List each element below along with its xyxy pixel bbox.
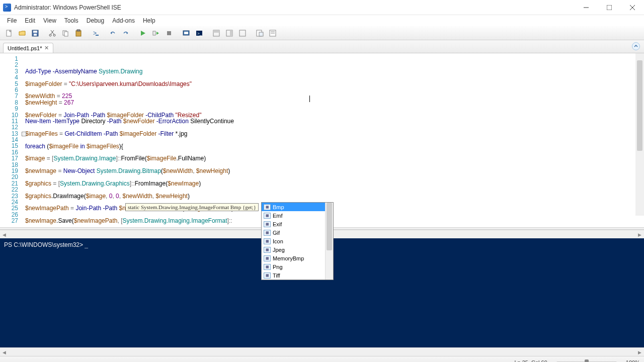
show-script-max-button[interactable] <box>236 27 249 39</box>
property-icon: ▦ <box>264 247 271 253</box>
svg-rect-1 <box>607 5 612 10</box>
cut-button[interactable] <box>46 27 58 39</box>
scroll-right-icon[interactable]: ▶ <box>635 348 644 356</box>
intellisense-item-icon[interactable]: ▦Icon <box>262 237 333 245</box>
intellisense-label: Icon <box>273 238 283 244</box>
clear-button[interactable]: > <box>90 27 102 39</box>
paste-button[interactable] <box>72 27 85 39</box>
intellisense-tooltip: static System.Drawing.Imaging.ImageForma… <box>125 203 259 211</box>
scroll-right-icon[interactable]: ▶ <box>635 230 644 239</box>
menu-addons[interactable]: Add-ons <box>108 16 139 25</box>
tab-close-icon[interactable]: ✕ <box>44 45 49 51</box>
svg-rect-19 <box>167 31 171 35</box>
line-number-gutter: 1234567891011121314151617181920212223242… <box>0 53 21 227</box>
intellisense-item-emf[interactable]: ▦Emf <box>262 211 333 220</box>
collapse-script-pane-button[interactable] <box>632 42 640 50</box>
scroll-left-icon[interactable]: ◀ <box>0 348 9 356</box>
fold-marker-icon[interactable]: − <box>22 132 26 136</box>
intellisense-label: Png <box>273 264 283 270</box>
close-button[interactable] <box>621 0 644 15</box>
script-editor[interactable]: 1234567891011121314151617181920212223242… <box>0 53 644 227</box>
start-powershell-button[interactable]: >_ <box>193 27 205 39</box>
intellisense-label: Tiff <box>273 273 280 279</box>
open-button[interactable] <box>16 27 28 39</box>
intellisense-label: Gif <box>273 230 280 236</box>
run-selection-button[interactable] <box>150 27 162 39</box>
intellisense-label: Exif <box>273 221 282 227</box>
svg-rect-14 <box>76 31 81 36</box>
property-icon: ▦ <box>264 230 271 236</box>
svg-rect-15 <box>77 30 80 31</box>
intellisense-scroll-thumb[interactable] <box>327 203 332 250</box>
property-icon: ▦ <box>264 273 271 279</box>
scroll-left-icon[interactable]: ◀ <box>0 230 9 239</box>
maximize-button[interactable] <box>598 0 621 15</box>
new-button[interactable] <box>3 27 15 39</box>
new-remote-tab-button[interactable] <box>180 27 192 39</box>
tabbar: Untitled1.ps1* ✕ <box>0 40 644 53</box>
intellisense-item-gif[interactable]: ▦Gif <box>262 228 333 237</box>
intellisense-item-png[interactable]: ▦Png <box>262 262 333 271</box>
intellisense-item-jpeg[interactable]: ▦Jpeg <box>262 245 333 254</box>
menu-help[interactable]: Help <box>139 16 159 25</box>
svg-rect-7 <box>34 34 37 36</box>
cursor-position: Ln 25, Col 69 <box>514 359 547 363</box>
intellisense-label: Jpeg <box>273 247 285 253</box>
svg-rect-21 <box>184 32 188 34</box>
redo-button[interactable] <box>120 27 132 39</box>
svg-rect-27 <box>230 30 232 36</box>
zoom-level: 100% <box>626 359 640 363</box>
show-script-right-button[interactable] <box>223 27 235 39</box>
menu-edit[interactable]: Edit <box>21 16 39 25</box>
svg-point-8 <box>49 34 51 36</box>
text-cursor <box>309 96 310 102</box>
editor-vertical-scrollbar[interactable] <box>635 53 644 216</box>
intellisense-item-memorybmp[interactable]: ▦MemoryBmp <box>262 254 333 262</box>
svg-rect-18 <box>153 31 155 35</box>
stop-button[interactable] <box>163 27 175 39</box>
window-title: Administrator: Windows PowerShell ISE <box>14 4 575 11</box>
console-horizontal-scrollbar[interactable]: ◀ ▶ <box>0 347 644 356</box>
scrollbar-thumb[interactable] <box>637 60 642 151</box>
show-script-top-button[interactable] <box>210 27 222 39</box>
menubar: File Edit View Tools Debug Add-ons Help <box>0 15 644 26</box>
zoom-thumb[interactable] <box>585 359 589 363</box>
svg-rect-25 <box>213 30 219 33</box>
menu-tools[interactable]: Tools <box>60 16 83 25</box>
intellisense-scrollbar[interactable] <box>325 203 333 280</box>
intellisense-label: MemoryBmp <box>273 255 304 261</box>
property-icon: ▦ <box>264 264 271 270</box>
menu-debug[interactable]: Debug <box>83 16 108 25</box>
copy-button[interactable] <box>59 27 71 39</box>
app-icon <box>3 4 11 12</box>
tab-label: Untitled1.ps1* <box>8 45 42 51</box>
statusbar: Ln 25, Col 69 100% <box>0 356 644 362</box>
save-button[interactable] <box>29 27 41 39</box>
menu-file[interactable]: File <box>3 16 21 25</box>
show-command-addon-button[interactable] <box>254 27 266 39</box>
show-command-window-button[interactable] <box>267 27 279 39</box>
svg-text:>_: >_ <box>197 31 202 36</box>
property-icon: ▦ <box>264 238 271 244</box>
undo-button[interactable] <box>107 27 119 39</box>
intellisense-popup[interactable]: ▦Bmp▦Emf▦Exif▦Gif▦Icon▦Jpeg▦MemoryBmp▦Pn… <box>261 202 334 280</box>
property-icon: ▦ <box>264 255 271 261</box>
svg-rect-28 <box>239 30 246 36</box>
intellisense-item-bmp[interactable]: ▦Bmp <box>262 203 333 211</box>
svg-point-9 <box>53 34 55 36</box>
tab-untitled1[interactable]: Untitled1.ps1* ✕ <box>3 43 53 53</box>
window-controls <box>575 0 644 15</box>
intellisense-item-exif[interactable]: ▦Exif <box>262 220 333 228</box>
menu-view[interactable]: View <box>39 16 60 25</box>
intellisense-item-tiff[interactable]: ▦Tiff <box>262 271 333 280</box>
toolbar: > >_ <box>0 26 644 40</box>
titlebar: Administrator: Windows PowerShell ISE <box>0 0 644 15</box>
code-area[interactable]: Add-Type -AssemblyName System.Drawing$im… <box>21 53 644 227</box>
svg-rect-13 <box>64 32 68 36</box>
svg-rect-30 <box>259 32 263 36</box>
intellisense-label: Emf <box>273 213 283 219</box>
property-icon: ▦ <box>264 204 271 210</box>
intellisense-label: Bmp <box>273 204 284 210</box>
minimize-button[interactable] <box>575 0 598 15</box>
run-script-button[interactable] <box>137 27 149 39</box>
